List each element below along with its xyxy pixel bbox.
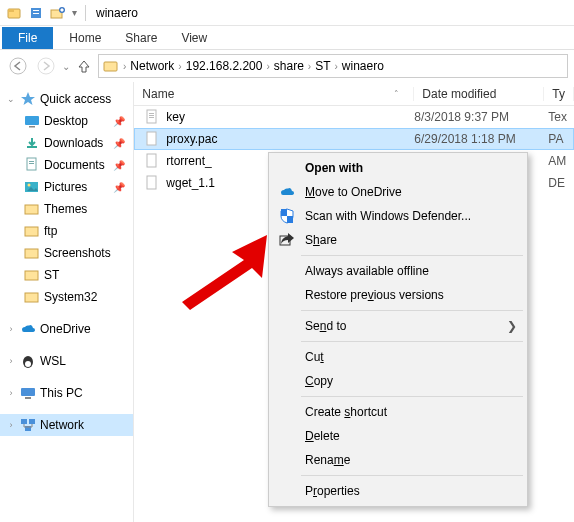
sort-asc-icon: ˄: [394, 89, 399, 99]
svg-rect-30: [29, 419, 35, 424]
chevron-right-icon[interactable]: ›: [306, 61, 313, 72]
nav-label: WSL: [40, 354, 66, 368]
svg-rect-13: [29, 126, 35, 128]
expand-icon[interactable]: ›: [6, 388, 16, 398]
col-date[interactable]: Date modified: [414, 87, 544, 101]
nav-desktop[interactable]: Desktop📌: [0, 110, 133, 132]
onedrive-icon: [20, 321, 36, 337]
menu-open-with[interactable]: Open with: [271, 156, 525, 180]
file-name: rtorrent_: [166, 154, 211, 168]
share-icon: [277, 233, 297, 247]
separator: [85, 5, 86, 21]
nav-ftp[interactable]: ftp: [0, 220, 133, 242]
svg-rect-11: [104, 62, 117, 71]
menu-label: Scan with Windows Defender...: [305, 209, 471, 223]
svg-rect-23: [25, 271, 38, 280]
nav-label: ST: [44, 268, 59, 282]
breadcrumb-item[interactable]: Network: [130, 59, 174, 73]
file-row-selected[interactable]: proxy.pac 6/29/2018 1:18 PM PA: [134, 128, 574, 150]
tab-home[interactable]: Home: [57, 27, 113, 49]
pc-icon: [20, 385, 36, 401]
menu-always-offline[interactable]: Always available offline: [271, 259, 525, 283]
breadcrumb[interactable]: › Network › 192.168.2.200 › share › ST ›…: [98, 54, 568, 78]
nav-screenshots[interactable]: Screenshots: [0, 242, 133, 264]
file-name: key: [166, 110, 185, 124]
onedrive-icon: [277, 186, 297, 198]
menu-delete[interactable]: Delete: [271, 424, 525, 448]
new-folder-qat-icon[interactable]: [50, 5, 66, 21]
nav-pictures[interactable]: Pictures📌: [0, 176, 133, 198]
svg-rect-12: [25, 116, 39, 125]
tab-view[interactable]: View: [169, 27, 219, 49]
folder-icon: [24, 289, 40, 305]
svg-rect-8: [61, 9, 64, 11]
menu-scan-defender[interactable]: Scan with Windows Defender...: [271, 204, 525, 228]
menu-create-shortcut[interactable]: Create shortcut: [271, 400, 525, 424]
documents-icon: [24, 157, 40, 173]
expand-icon[interactable]: ›: [6, 420, 16, 430]
menu-cut[interactable]: Cut: [271, 345, 525, 369]
svg-rect-28: [25, 397, 31, 399]
downloads-icon: [24, 135, 40, 151]
nav-back-button[interactable]: [6, 54, 30, 78]
chevron-right-icon[interactable]: ›: [176, 61, 183, 72]
properties-qat-icon[interactable]: [28, 5, 44, 21]
shield-icon: [277, 208, 297, 224]
nav-up-button[interactable]: [74, 54, 94, 78]
svg-rect-34: [149, 115, 154, 116]
svg-point-9: [10, 58, 26, 74]
nav-documents[interactable]: Documents📌: [0, 154, 133, 176]
folder-icon: [24, 267, 40, 283]
menu-restore-versions[interactable]: Restore previous versions: [271, 283, 525, 307]
col-type[interactable]: Ty: [544, 87, 574, 101]
menu-rename[interactable]: Rename: [271, 448, 525, 472]
nav-quick-access[interactable]: ⌄ Quick access: [0, 88, 133, 110]
nav-wsl[interactable]: ›WSL: [0, 350, 133, 372]
pin-icon: 📌: [113, 138, 125, 149]
menu-label: Properties: [305, 484, 360, 498]
nav-this-pc[interactable]: ›This PC: [0, 382, 133, 404]
expand-icon[interactable]: ›: [6, 324, 16, 334]
chevron-right-icon[interactable]: ›: [264, 61, 271, 72]
chevron-right-icon[interactable]: ›: [121, 61, 128, 72]
nav-label: Quick access: [40, 92, 111, 106]
nav-themes[interactable]: Themes: [0, 198, 133, 220]
nav-st[interactable]: ST: [0, 264, 133, 286]
tab-share[interactable]: Share: [113, 27, 169, 49]
file-icon: [144, 109, 160, 125]
navigation-pane: ⌄ Quick access Desktop📌 Downloads📌 Docum…: [0, 82, 134, 522]
file-row[interactable]: key 8/3/2018 9:37 PM Tex: [134, 106, 574, 128]
expand-icon[interactable]: ›: [6, 356, 16, 366]
qat-chevron-icon[interactable]: ▾: [72, 7, 77, 18]
svg-rect-16: [29, 161, 34, 162]
chevron-right-icon[interactable]: ›: [333, 61, 340, 72]
nav-onedrive[interactable]: ›OneDrive: [0, 318, 133, 340]
menu-copy[interactable]: Copy: [271, 369, 525, 393]
menu-label: Always available offline: [305, 264, 429, 278]
desktop-icon: [24, 113, 40, 129]
tab-file[interactable]: File: [2, 27, 53, 49]
nav-downloads[interactable]: Downloads📌: [0, 132, 133, 154]
nav-system32[interactable]: System32: [0, 286, 133, 308]
recent-locations-chevron-icon[interactable]: ⌄: [62, 61, 70, 72]
collapse-icon[interactable]: ⌄: [6, 94, 16, 104]
menu-send-to[interactable]: Send to❯: [271, 314, 525, 338]
nav-network[interactable]: ›Network: [0, 414, 133, 436]
breadcrumb-item[interactable]: share: [274, 59, 304, 73]
menu-properties[interactable]: Properties: [271, 479, 525, 503]
nav-forward-button[interactable]: [34, 54, 58, 78]
menu-move-onedrive[interactable]: Move to OneDrive: [271, 180, 525, 204]
menu-label: Share: [305, 233, 337, 247]
svg-rect-14: [27, 146, 37, 148]
col-name[interactable]: Name˄: [134, 87, 414, 101]
nav-label: System32: [44, 290, 97, 304]
svg-rect-40: [287, 216, 293, 223]
breadcrumb-item[interactable]: 192.168.2.200: [186, 59, 263, 73]
file-type: Tex: [544, 110, 574, 124]
breadcrumb-item[interactable]: ST: [315, 59, 330, 73]
breadcrumb-item[interactable]: winaero: [342, 59, 384, 73]
menu-share[interactable]: Share: [271, 228, 525, 252]
context-menu: Open with Move to OneDrive Scan with Win…: [268, 152, 528, 507]
file-type: PA: [544, 132, 574, 146]
svg-rect-33: [149, 113, 154, 114]
